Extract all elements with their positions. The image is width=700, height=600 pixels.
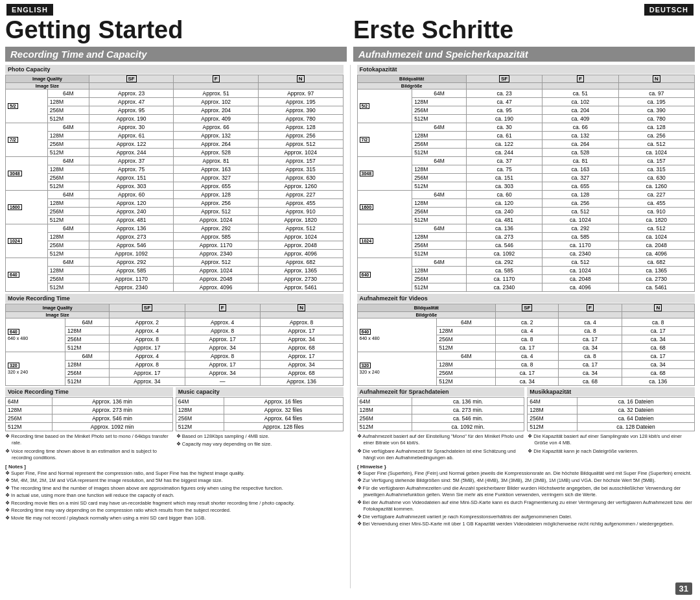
- footnotes-cols-de: ❖ Aufnahmezeit basiert auf der Einstellu…: [357, 433, 695, 463]
- n-header-en: N: [258, 75, 343, 82]
- music-col-en: Music capacity 64MApprox. 16 files128MAp…: [176, 387, 344, 431]
- page: ENGLISH DEUTSCH Getting Started Erste Sc…: [0, 0, 700, 600]
- page-number: 31: [675, 582, 692, 595]
- music-table-de: 64Mca. 16 Dateien128Mca. 32 Dateien256Mc…: [527, 397, 695, 431]
- movie-table-de: Bildqualität SF F N Bildgröße 640640 x 4…: [357, 304, 695, 386]
- tables-area: Photo Capacity Image Quality SF F N: [0, 65, 700, 588]
- voice-col-en: Voice Recording Time 64MApprox. 136 min1…: [5, 387, 173, 431]
- footnote-right-de: ❖ Die Kapazität basiert auf einer Sampli…: [528, 433, 695, 463]
- photo-tbody-de: 5/264Mca. 23ca. 51ca. 97128Mca. 47ca. 10…: [357, 89, 695, 291]
- title-de-col: Erste Schritte: [347, 17, 695, 44]
- col-english: Photo Capacity Image Quality SF F N: [5, 65, 344, 588]
- photo-table-en: Image Quality SF F N Image Size: [5, 75, 344, 292]
- voice-table-de: 64Mca. 136 min.128Mca. 273 min.256Mca. 5…: [357, 397, 525, 431]
- voice-col-de: Aufnahmezeit für Sprachdateien 64Mca. 13…: [357, 387, 525, 431]
- f-header-en: F: [174, 75, 259, 82]
- notes-title-de: { Hinweise }: [357, 463, 695, 470]
- main-title-de: Erste Schritte: [353, 17, 695, 44]
- footnote-left-en: ❖ Recording time based on the Miniket Ph…: [5, 433, 172, 463]
- movie-tbody-de: 640640 x 48064Mca. 2ca. 4ca. 8128Mca. 4c…: [357, 318, 695, 385]
- lang-badge-deutsch: DEUTSCH: [644, 4, 694, 16]
- movie-time-label-en: Movie Recording Time: [5, 294, 344, 303]
- footnote-right-en: ❖ Based on 128Kbps sampling / 4MB size. …: [176, 433, 344, 463]
- photo-table-de: Bildqualität SF F N Bildgröße 5/264Mca. …: [357, 75, 695, 292]
- notes-items-en: ❖ Super Fine, Fine and Normal represent …: [5, 470, 344, 522]
- photo-capacity-label-en: Photo Capacity: [5, 65, 344, 74]
- music-table-en: 64MApprox. 16 files128MApprox. 32 files2…: [176, 397, 344, 431]
- notes-en: ❖ Recording time based on the Miniket Ph…: [5, 433, 344, 522]
- header-top: ENGLISH DEUTSCH: [0, 0, 700, 17]
- voice-table-en: 64MApprox. 136 min128MApprox. 273 min256…: [5, 397, 173, 431]
- notes-title-en: [ Notes ]: [5, 463, 344, 470]
- music-col-de: Musikkapazität 64Mca. 16 Dateien128Mca. …: [527, 387, 695, 431]
- footnote-left-de: ❖ Aufnahmezeit basiert auf der Einstellu…: [357, 433, 524, 463]
- movie-time-label-de: Aufnahmezeit für Videos: [357, 294, 695, 303]
- section-header-en: Recording Time and Capacity: [5, 47, 347, 64]
- movie-table-en: Image Quality SF F N Image Size 640640 x…: [5, 304, 344, 386]
- photo-capacity-label-de: Fotokapazität: [357, 65, 695, 74]
- section-headers: Recording Time and Capacity Aufnahmezeit…: [0, 47, 700, 65]
- main-title-en: Getting Started: [5, 17, 347, 44]
- section-header-de: Aufnahmezeit und Speicherkapazität: [347, 47, 695, 64]
- titles-row: Getting Started Erste Schritte: [0, 17, 700, 47]
- sf-header-en: SF: [89, 75, 174, 82]
- image-quality-header-en: Image Quality: [6, 75, 89, 82]
- voice-music-row-en: Voice Recording Time 64MApprox. 136 min1…: [5, 387, 344, 431]
- music-label-de: Musikkapazität: [527, 387, 695, 396]
- col-deutsch: Fotokapazität Bildqualität SF F N Bildgr…: [357, 65, 695, 588]
- notes-items-de: ❖ Super Fine (Superfein), Fine (Fein) un…: [357, 470, 695, 528]
- lang-badge-english: ENGLISH: [6, 4, 53, 16]
- voice-music-row-de: Aufnahmezeit für Sprachdateien 64Mca. 13…: [357, 387, 695, 431]
- movie-tbody-en: 640640 x 48064MApprox. 2Approx. 4Approx.…: [6, 318, 344, 385]
- music-label-en: Music capacity: [176, 387, 344, 396]
- voice-label-en: Voice Recording Time: [5, 387, 173, 396]
- title-en-col: Getting Started: [5, 17, 347, 44]
- notes-de: ❖ Aufnahmezeit basiert auf der Einstellu…: [357, 433, 695, 528]
- voice-label-de: Aufnahmezeit für Sprachdateien: [357, 387, 525, 396]
- footnotes-cols-en: ❖ Recording time based on the Miniket Ph…: [5, 433, 344, 463]
- image-size-header-en: Image Size: [6, 82, 89, 89]
- section-title-en: Recording Time and Capacity: [5, 47, 347, 62]
- section-title-de: Aufnahmezeit und Speicherkapazität: [353, 47, 695, 62]
- photo-tbody-en: 5/264MApprox. 23Approx. 51Approx. 97128M…: [6, 89, 344, 291]
- col-divider: [350, 65, 351, 588]
- page-footer: 31: [0, 588, 700, 600]
